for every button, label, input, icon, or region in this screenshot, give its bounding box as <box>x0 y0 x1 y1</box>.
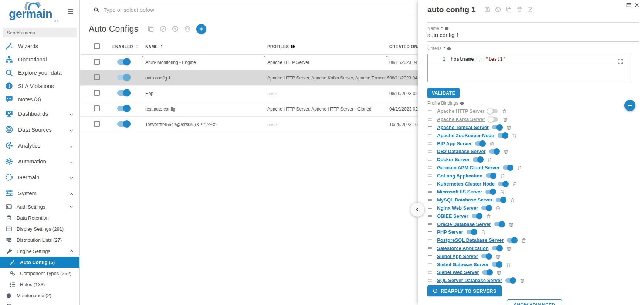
binding-link[interactable]: BIP App Server <box>437 141 472 146</box>
trash-icon[interactable] <box>512 182 517 186</box>
enabled-toggle[interactable] <box>117 90 130 96</box>
trash-icon[interactable] <box>506 246 511 251</box>
binding-link[interactable]: GoLang Application <box>437 173 482 179</box>
binding-toggle[interactable] <box>492 262 502 267</box>
binding-toggle[interactable] <box>496 198 506 202</box>
binding-link[interactable]: Oracle Database Server <box>437 221 491 227</box>
binding-toggle[interactable] <box>505 278 515 283</box>
drag-handle-icon[interactable] <box>427 213 433 218</box>
select-all-checkbox[interactable] <box>94 43 100 49</box>
trash-icon[interactable] <box>496 270 501 275</box>
enabled-toggle[interactable] <box>117 121 130 127</box>
sidebar-item-automation[interactable]: Automation <box>0 153 79 169</box>
trash-icon[interactable] <box>506 262 511 267</box>
drag-handle-icon[interactable] <box>427 205 433 210</box>
binding-link[interactable]: Apache Tomcat Server <box>437 125 489 130</box>
sidebar-item-distribution-lists-27[interactable]: Distribution Lists (27) <box>0 234 79 245</box>
duplicate-icon[interactable] <box>506 7 512 13</box>
binding-link[interactable]: Siebel Gateway Server <box>437 262 488 267</box>
name-field[interactable]: auto config 1 <box>427 32 639 42</box>
disable-icon[interactable] <box>495 7 501 13</box>
binding-link[interactable]: Siebel Web Server <box>437 270 479 275</box>
trash-icon[interactable] <box>496 254 501 259</box>
binding-toggle[interactable] <box>486 173 496 178</box>
save-icon[interactable] <box>484 7 490 13</box>
binding-toggle[interactable] <box>494 222 504 226</box>
trash-icon[interactable] <box>486 214 491 218</box>
trash-icon[interactable] <box>506 125 511 130</box>
duplicate-button[interactable] <box>148 26 154 32</box>
sidebar-item-dashboards[interactable]: Dashboards <box>0 106 79 122</box>
drag-handle-icon[interactable] <box>427 165 433 170</box>
binding-link[interactable]: Apache ZooKeeper Node <box>437 133 494 138</box>
binding-link[interactable]: Docker Server <box>437 157 470 162</box>
binding-link[interactable]: Germain APM Cloud Server <box>437 165 499 170</box>
drag-handle-icon[interactable] <box>427 262 433 267</box>
binding-link[interactable]: PostgreSQL Database Server <box>437 237 504 243</box>
binding-link[interactable]: Kubernetes Cluster Node <box>437 181 495 187</box>
drag-handle-icon[interactable] <box>427 245 433 251</box>
trash-icon[interactable] <box>496 206 501 210</box>
binding-link[interactable]: Apache Kafka Server <box>437 116 485 122</box>
sidebar-item-data-retention[interactable]: Data Retention <box>0 212 79 223</box>
binding-toggle[interactable] <box>482 270 492 275</box>
trash-icon[interactable] <box>500 173 505 178</box>
sidebar-item-presentation-modes-12[interactable]: Presentation Modes (12) <box>0 301 79 305</box>
binding-toggle[interactable] <box>481 254 491 258</box>
sidebar-item-germain[interactable]: Germain <box>0 169 79 185</box>
add-auto-config-button[interactable] <box>196 24 206 34</box>
column-header-profiles[interactable]: PROFILES <box>267 44 389 49</box>
criteria-editor[interactable]: 1 hostname == "test1" <box>427 54 631 82</box>
drag-handle-icon[interactable] <box>427 254 433 259</box>
sidebar-item-wizards[interactable]: Wizards <box>0 39 79 52</box>
enabled-toggle[interactable] <box>117 75 130 80</box>
reapply-to-servers-button[interactable]: REAPPLY TO SERVERS <box>427 285 502 296</box>
drag-handle-icon[interactable] <box>427 141 433 146</box>
trash-icon[interactable] <box>502 109 507 113</box>
binding-toggle[interactable] <box>475 141 485 146</box>
binding-toggle[interactable] <box>488 117 498 122</box>
row-checkbox[interactable] <box>94 59 100 65</box>
column-header-name[interactable]: NAME <box>145 44 267 49</box>
enabled-toggle[interactable] <box>117 59 130 65</box>
drag-handle-icon[interactable] <box>427 189 433 194</box>
delete-icon[interactable] <box>516 7 522 13</box>
row-checkbox[interactable] <box>94 121 100 127</box>
sidebar-item-auth-settings[interactable]: Auth Settings <box>0 201 79 212</box>
sidebar-item-rules-133[interactable]: Rules (133) <box>0 279 79 290</box>
binding-link[interactable]: Salesforce Application <box>437 245 489 251</box>
drag-handle-icon[interactable] <box>427 173 433 178</box>
sidebar-search-input[interactable] <box>3 28 77 37</box>
binding-toggle[interactable] <box>485 190 495 194</box>
drag-handle-icon[interactable] <box>427 181 433 186</box>
drag-handle-icon[interactable] <box>427 125 433 130</box>
trash-icon[interactable] <box>504 149 508 154</box>
sidebar-item-explore-your-data[interactable]: Explore your data <box>0 66 79 79</box>
binding-link[interactable]: Microsoft IIS Server <box>437 189 482 194</box>
sidebar-item-maintenance-2[interactable]: Maintenance (2) <box>0 290 79 301</box>
sidebar-item-data-sources[interactable]: Data Sources <box>0 122 79 138</box>
sidebar-item-system[interactable]: System <box>0 185 79 201</box>
trash-icon[interactable] <box>500 189 505 194</box>
trash-icon[interactable] <box>521 238 526 243</box>
trash-icon[interactable] <box>520 278 525 283</box>
row-checkbox[interactable] <box>94 74 100 80</box>
expand-editor-icon[interactable] <box>618 59 623 64</box>
trash-icon[interactable] <box>481 230 486 234</box>
binding-link[interactable]: MySQL Database Server <box>437 197 492 203</box>
trash-icon[interactable] <box>512 133 517 138</box>
binding-toggle[interactable] <box>467 230 477 234</box>
binding-link[interactable]: Siebel App Server <box>437 254 478 259</box>
collapse-panel-button[interactable] <box>410 203 424 217</box>
drag-handle-icon[interactable] <box>427 270 433 275</box>
binding-link[interactable]: PHP Server <box>437 229 463 235</box>
add-binding-button[interactable] <box>624 100 635 111</box>
binding-toggle[interactable] <box>488 109 498 113</box>
sidebar-item-engine-settings[interactable]: Engine Settings <box>0 245 79 257</box>
sidebar-item-notes-3[interactable]: Notes (3) <box>0 92 79 106</box>
drag-handle-icon[interactable] <box>427 133 433 138</box>
trash-icon[interactable] <box>503 117 508 122</box>
binding-toggle[interactable] <box>498 133 508 138</box>
drag-handle-icon[interactable] <box>427 221 433 227</box>
binding-toggle[interactable] <box>503 165 513 170</box>
